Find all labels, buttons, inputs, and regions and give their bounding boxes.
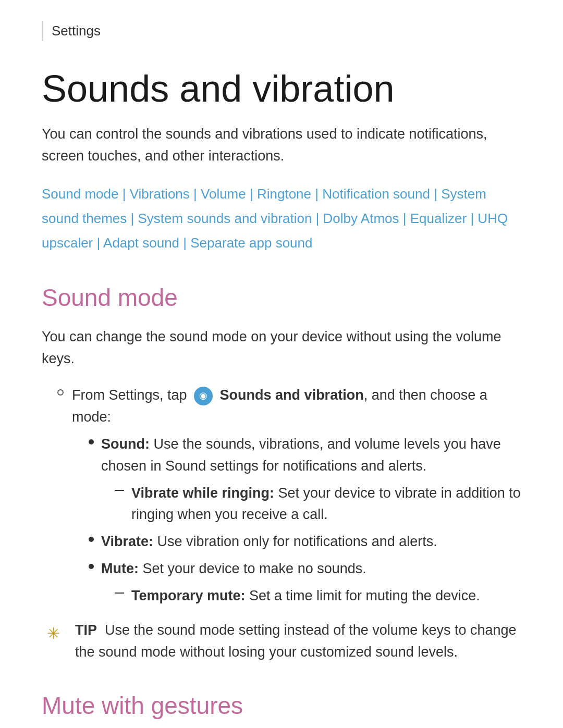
nav-link-vibrations[interactable]: Vibrations: [130, 186, 190, 202]
tip-text: TIP Use the sound mode setting instead o…: [75, 620, 521, 663]
page-title: Sounds and vibration: [42, 66, 521, 111]
mute-gestures-title: Mute with gestures: [42, 688, 521, 724]
sound-item: Sound: Use the sounds, vibrations, and v…: [42, 434, 521, 477]
breadcrumb-label: Settings: [52, 23, 101, 39]
circle-bullet: [57, 389, 64, 396]
breadcrumb: Settings: [42, 21, 521, 41]
sounds-and-vibration-icon: [194, 387, 213, 405]
vibrate-item: Vibrate: Use vibration only for notifica…: [42, 531, 521, 553]
nav-link-notification-sound[interactable]: Notification sound: [322, 186, 430, 202]
nav-link-separate-app-sound[interactable]: Separate app sound: [190, 235, 312, 251]
sound-mode-description: You can change the sound mode on your de…: [42, 326, 521, 370]
nav-link-volume[interactable]: Volume: [201, 186, 246, 202]
dot-bullet-2: [89, 537, 94, 542]
nav-links: Sound mode | Vibrations | Volume | Ringt…: [42, 182, 521, 255]
nav-link-dolby[interactable]: Dolby Atmos: [323, 211, 399, 226]
nav-link-ringtone[interactable]: Ringtone: [257, 186, 311, 202]
vibrate-while-ringing-item: Vibrate while ringing: Set your device t…: [42, 483, 521, 526]
dot-bullet: [89, 439, 94, 445]
dash-bullet-2: [115, 593, 124, 594]
sound-mode-title: Sound mode: [42, 280, 521, 316]
vibrate-text: Vibrate: Use vibration only for notifica…: [101, 531, 437, 553]
temporary-mute-text: Temporary mute: Set a time limit for mut…: [131, 585, 480, 607]
nav-link-system-sounds[interactable]: System sounds and vibration: [138, 211, 312, 226]
dash-bullet: [115, 490, 124, 491]
temporary-mute-item: Temporary mute: Set a time limit for mut…: [42, 585, 521, 607]
tip-box: ✳ TIP Use the sound mode setting instead…: [42, 620, 521, 663]
nav-link-sound-mode[interactable]: Sound mode: [42, 186, 118, 202]
sound-mode-from-settings: From Settings, tap Sounds and vibration,…: [42, 385, 521, 428]
mute-text: Mute: Set your device to make no sounds.: [101, 558, 366, 580]
sound-text: Sound: Use the sounds, vibrations, and v…: [101, 434, 521, 477]
mute-item: Mute: Set your device to make no sounds.: [42, 558, 521, 580]
nav-link-adapt-sound[interactable]: Adapt sound: [103, 235, 179, 251]
from-settings-text: From Settings, tap Sounds and vibration,…: [72, 385, 521, 428]
nav-link-equalizer[interactable]: Equalizer: [410, 211, 467, 226]
mute-gestures-section: Mute with gestures Quickly mute sounds b…: [42, 688, 521, 728]
page-description: You can control the sounds and vibration…: [42, 124, 521, 167]
dot-bullet-3: [89, 564, 94, 569]
tip-icon: ✳: [47, 622, 67, 641]
vibrate-while-ringing-text: Vibrate while ringing: Set your device t…: [131, 483, 521, 526]
